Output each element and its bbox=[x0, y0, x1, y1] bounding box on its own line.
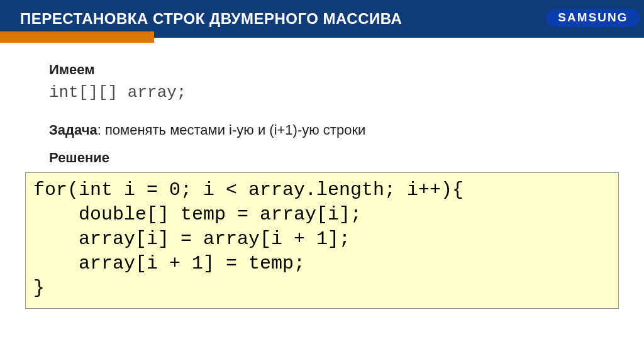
declaration-code: int[][] array; bbox=[49, 83, 606, 102]
accent-tab bbox=[0, 31, 154, 43]
label-have: Имеем bbox=[49, 62, 606, 78]
code-block: for(int i = 0; i < array.length; i++){ d… bbox=[33, 178, 611, 301]
task-text: : поменять местами i-ую и (i+1)-ую строк… bbox=[97, 122, 366, 138]
code-box: for(int i = 0; i < array.length; i++){ d… bbox=[25, 172, 619, 309]
samsung-logo: SAMSUNG bbox=[546, 9, 640, 27]
task-label: Задача bbox=[49, 122, 97, 138]
slide-title: ПЕРЕСТАНОВКА СТРОК ДВУМЕРНОГО МАССИВА bbox=[20, 10, 402, 28]
task-line: Задача: поменять местами i-ую и (i+1)-ую… bbox=[49, 122, 606, 138]
slide-content: Имеем int[][] array; Задача: поменять ме… bbox=[0, 38, 644, 166]
label-solution: Решение bbox=[49, 150, 606, 166]
